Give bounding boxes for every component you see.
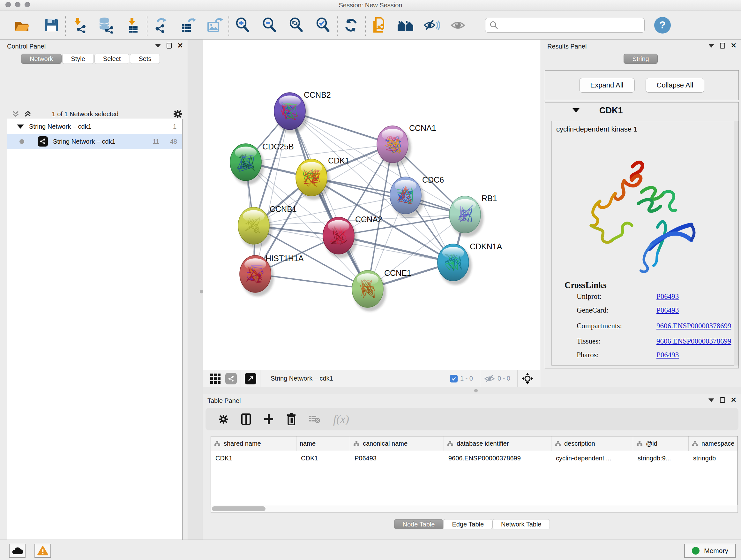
crosslink-value-link[interactable]: P06493 [657,351,679,359]
close-panel-icon[interactable]: ✕ [731,397,737,403]
splitter-handle[interactable] [474,389,478,392]
selected-checkbox[interactable] [450,375,458,382]
table-cell[interactable]: stringdb:9... [633,451,689,465]
add-column-icon[interactable] [264,414,274,425]
column-header-description[interactable]: description [551,436,633,451]
export-image-button[interactable] [205,16,224,35]
column-header-database-identifier[interactable]: database identifier [444,436,551,451]
tab-sets[interactable]: Sets [130,54,160,64]
help-button[interactable]: ? [654,17,671,34]
control-panel: Control Panel ✕ NetworkStyleSelectSets 1… [0,40,188,540]
show-columns-icon[interactable] [241,414,251,425]
cloud-status-button[interactable] [9,544,25,558]
network-row-selected[interactable]: String Network – cdk1 11 48 [7,134,182,149]
column-header-shared-name[interactable]: shared name [211,436,296,451]
save-session-button[interactable] [42,16,61,35]
zoom-in-button[interactable] [233,16,252,35]
table-row[interactable]: CDK1CDK1P064939606.ENSP00000378699cyclin… [211,451,738,465]
detach-view-icon[interactable] [245,373,256,384]
import-table-button[interactable] [124,16,142,35]
delete-column-trash-icon[interactable] [286,413,296,425]
network-node-CCNA2[interactable]: CCNA2 [323,215,382,258]
table-cell[interactable]: CDK1 [296,451,350,465]
protein-section-header[interactable]: CDK1 [545,103,738,119]
import-network-database-button[interactable] [97,16,116,35]
tab-string[interactable]: String [623,54,657,64]
network-collection-row[interactable]: String Network – cdk1 1 [7,119,182,134]
crosslink-value-link[interactable]: P06493 [657,306,679,314]
houses-icon [397,18,414,32]
crosslink-label: Uniprot: [577,293,602,300]
string-settings-button[interactable] [396,16,415,35]
table-cell[interactable]: cyclin-dependent ... [551,451,633,465]
column-header-name[interactable]: name [296,436,350,451]
zoom-out-button[interactable] [260,16,279,35]
gear-icon[interactable] [173,109,183,119]
function-builder-icon-disabled: f(x) [333,413,349,426]
vertical-splitter[interactable] [188,40,203,540]
expand-all-button[interactable]: Expand All [579,78,635,92]
apply-layout-button[interactable] [342,16,360,35]
network-node-CDC25B[interactable]: CDC25B [230,142,294,185]
import-network-file-button[interactable] [70,16,89,35]
results-scrollbar[interactable] [734,121,738,366]
collapse-all-button[interactable]: Collapse All [646,78,704,92]
export-network-button[interactable] [152,16,171,35]
table-hscrollbar[interactable] [211,505,738,513]
tab-style[interactable]: Style [62,54,93,64]
panel-menu-icon[interactable] [709,398,714,402]
network-node-CCNE1[interactable]: CCNE1 [352,268,411,311]
table-cell[interactable]: stringdb [689,451,738,465]
export-table-button[interactable] [179,16,197,35]
network-node-CDC6[interactable]: CDC6 [390,175,444,218]
network-node-CDKN1A[interactable]: CDKN1A [437,242,502,285]
horizontal-splitter[interactable] [203,387,741,394]
column-header-canonical-name[interactable]: canonical name [350,436,444,451]
memory-button[interactable]: Memory [684,544,736,558]
table-cell[interactable]: 9606.ENSP00000378699 [444,451,551,465]
float-panel-icon[interactable] [720,43,725,49]
search-input[interactable] [485,18,645,33]
pan-crosshair-icon[interactable] [522,373,534,385]
network-overview-icon[interactable] [225,373,237,384]
column-header-id[interactable]: @id [633,436,689,451]
table-cell[interactable]: P06493 [350,451,444,465]
crosslink-value-link[interactable]: 9606.ENSP00000378699 [657,337,731,346]
collapse-triangle-icon[interactable] [17,125,24,129]
tab-select[interactable]: Select [94,54,130,64]
network-canvas[interactable]: CCNB2CCNA1CDC25BCDK1CDC6RB1CCNB1CCNA2CDK… [203,40,540,370]
float-panel-icon[interactable] [166,43,172,49]
close-panel-icon[interactable]: ✕ [731,43,737,49]
close-panel-icon[interactable]: ✕ [178,43,183,49]
collapse-triangle-icon[interactable] [572,108,580,112]
scrollbar-thumb[interactable] [212,506,266,511]
tab-network[interactable]: Network [21,54,62,64]
show-all-button[interactable] [449,16,467,35]
panel-menu-icon[interactable] [155,44,161,48]
panel-menu-icon[interactable] [709,44,714,48]
column-header-namespace[interactable]: namespace [689,436,738,451]
network-node-CCNB1[interactable]: CCNB1 [238,205,297,248]
grid-view-icon[interactable] [210,373,221,384]
zoom-selected-button[interactable] [314,16,333,35]
crosslink-value-link[interactable]: 9606.ENSP00000378699 [657,322,731,330]
database-icon [98,17,115,34]
table-settings-gear-icon[interactable] [218,414,228,424]
network-node-HIST1H1A[interactable]: HIST1H1A [240,254,304,296]
network-node-CCNB2[interactable]: CCNB2 [274,90,331,133]
float-panel-icon[interactable] [720,397,725,403]
crosslink-value-link[interactable]: P06493 [657,293,679,301]
tab-node-table[interactable]: Node Table [394,519,444,530]
open-session-button[interactable] [13,16,31,35]
network-node-RB1[interactable]: RB1 [449,194,497,237]
fit-content-button[interactable] [287,16,306,35]
network-node-CDK1[interactable]: CDK1 [296,156,349,200]
warnings-button[interactable] [35,544,51,558]
tab-network-table[interactable]: Network Table [492,519,550,530]
protein-name: CDK1 [599,106,623,116]
hide-selected-button[interactable] [422,16,441,35]
tab-edge-table[interactable]: Edge Table [443,519,492,530]
network-node-CCNA1[interactable]: CCNA1 [377,124,436,167]
copy-network-button[interactable] [370,16,389,35]
table-cell[interactable]: CDK1 [211,451,296,465]
